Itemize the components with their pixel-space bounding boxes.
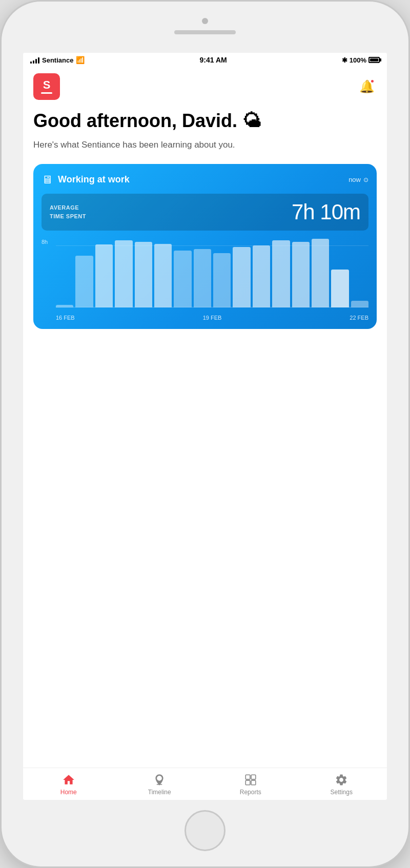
chart-bars (56, 239, 368, 307)
bluetooth-icon: ✱ (342, 56, 347, 64)
chart-bar-1 (75, 256, 93, 307)
signal-bar-1 (30, 61, 32, 64)
app-logo[interactable]: S (33, 73, 60, 100)
tab-settings-label: Settings (331, 789, 353, 796)
carrier-label: Sentiance (42, 56, 73, 64)
chart-bar-2 (95, 244, 113, 307)
tab-reports-label: Reports (240, 789, 261, 796)
status-bar: Sentiance 📶 9:41 AM ✱ 100% (23, 53, 387, 67)
card-status: now ⊙ (348, 176, 368, 183)
wifi-icon: 📶 (76, 56, 85, 64)
app-header: S 🔔 (23, 67, 387, 106)
settings-icon (335, 773, 348, 787)
chart-bar-4 (135, 242, 152, 307)
activity-card[interactable]: 🖥 Working at work now ⊙ AVERAGE TIME SPE… (33, 164, 377, 329)
activity-chart: 8h 16 FEB 19 FEB 22 FEB (42, 239, 368, 321)
chart-bar-9 (233, 247, 250, 307)
x-label-2: 19 FEB (203, 315, 222, 321)
signal-bar-2 (33, 60, 34, 64)
x-label-1: 16 FEB (56, 315, 75, 321)
status-now-label: now (348, 176, 361, 183)
status-right: ✱ 100% (342, 56, 380, 64)
chart-bar-7 (194, 249, 211, 307)
svg-rect-5 (251, 780, 256, 785)
clock: 9:41 AM (200, 56, 227, 64)
chart-bar-8 (213, 253, 231, 307)
signal-bar-4 (38, 57, 39, 64)
chart-bar-10 (253, 245, 270, 307)
stats-label: AVERAGE TIME SPENT (50, 203, 86, 220)
stats-box: AVERAGE TIME SPENT 7h 10m (42, 194, 368, 231)
chart-bar-0 (56, 305, 73, 307)
chart-bar-5 (154, 244, 172, 307)
logo-letter: S (43, 79, 51, 91)
front-camera (202, 18, 208, 24)
card-header: 🖥 Working at work now ⊙ (42, 173, 368, 187)
greeting-text: Good afternoon, David. 🌤 (33, 110, 377, 131)
chart-bar-6 (174, 251, 191, 307)
chart-y-max: 8h (42, 239, 48, 245)
status-left: Sentiance 📶 (30, 56, 85, 64)
timeline-icon (153, 773, 166, 787)
phone-device: Sentiance 📶 9:41 AM ✱ 100% S 🔔 (0, 0, 410, 868)
svg-rect-0 (158, 782, 161, 783)
signal-bar-3 (35, 59, 37, 64)
chart-bar-3 (115, 240, 132, 307)
svg-rect-3 (251, 775, 256, 779)
chart-bar-13 (312, 239, 329, 307)
x-label-3: 22 FEB (350, 315, 368, 321)
tab-timeline[interactable]: Timeline (114, 768, 206, 800)
tab-bar: Home Timeline Reports (23, 768, 387, 800)
app-content: Good afternoon, David. 🌤 Here's what Sen… (23, 106, 387, 768)
live-indicator: ⊙ (363, 176, 368, 183)
svg-rect-4 (245, 780, 250, 785)
stats-label-line1: AVERAGE (50, 204, 79, 211)
notification-button[interactable]: 🔔 (357, 77, 377, 96)
stats-value: 7h 10m (292, 200, 360, 224)
tab-settings[interactable]: Settings (296, 768, 387, 800)
home-icon (62, 773, 75, 787)
battery-icon (368, 57, 380, 63)
chart-x-labels: 16 FEB 19 FEB 22 FEB (56, 315, 368, 321)
tab-home[interactable]: Home (23, 768, 114, 800)
stats-label-line2: TIME SPENT (50, 213, 86, 219)
notification-badge (370, 79, 375, 84)
battery-percent: 100% (350, 56, 366, 64)
chart-bar-15 (351, 301, 368, 307)
battery-fill (370, 58, 378, 61)
card-activity-icon: 🖥 (42, 173, 53, 187)
signal-bars (30, 56, 39, 64)
speaker-bar (174, 30, 236, 34)
reports-icon (244, 773, 257, 787)
tab-reports[interactable]: Reports (205, 768, 296, 800)
tab-timeline-label: Timeline (148, 789, 171, 796)
phone-screen: Sentiance 📶 9:41 AM ✱ 100% S 🔔 (23, 53, 387, 800)
chart-bar-12 (292, 242, 310, 307)
card-title: Working at work (58, 174, 343, 185)
chart-bar-11 (272, 240, 290, 307)
chart-bar-14 (331, 270, 348, 307)
svg-rect-1 (157, 784, 162, 785)
logo-underline (41, 92, 52, 94)
svg-rect-2 (245, 775, 250, 779)
subtitle-text: Here's what Sentiance has been learning … (33, 138, 377, 152)
tab-home-label: Home (60, 789, 77, 796)
home-button[interactable] (184, 810, 225, 851)
